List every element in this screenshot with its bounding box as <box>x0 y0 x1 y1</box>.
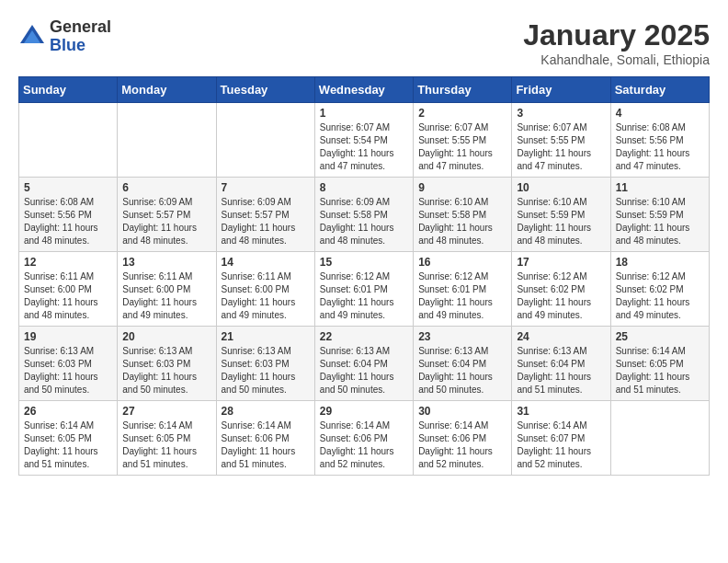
weekday-header-sunday: Sunday <box>19 77 118 103</box>
calendar-cell: 10Sunrise: 6:10 AM Sunset: 5:59 PM Dayli… <box>512 178 610 252</box>
calendar-cell: 9Sunrise: 6:10 AM Sunset: 5:58 PM Daylig… <box>414 178 512 252</box>
calendar-cell <box>19 103 118 178</box>
day-number: 9 <box>418 181 506 194</box>
calendar-cell: 6Sunrise: 6:09 AM Sunset: 5:57 PM Daylig… <box>118 178 216 252</box>
day-number: 18 <box>616 256 704 269</box>
weekday-header-thursday: Thursday <box>414 77 512 103</box>
calendar-cell: 29Sunrise: 6:14 AM Sunset: 6:06 PM Dayli… <box>314 401 413 476</box>
day-number: 20 <box>122 330 210 343</box>
day-info: Sunrise: 6:12 AM Sunset: 6:01 PM Dayligh… <box>320 270 408 322</box>
day-info: Sunrise: 6:07 AM Sunset: 5:55 PM Dayligh… <box>517 121 605 173</box>
calendar-cell: 28Sunrise: 6:14 AM Sunset: 6:06 PM Dayli… <box>216 401 314 476</box>
day-number: 4 <box>616 107 704 120</box>
logo-text: General Blue <box>50 18 111 55</box>
day-info: Sunrise: 6:13 AM Sunset: 6:04 PM Dayligh… <box>320 345 408 396</box>
weekday-header-wednesday: Wednesday <box>314 77 413 103</box>
day-number: 15 <box>320 256 408 269</box>
day-number: 13 <box>122 256 210 269</box>
day-info: Sunrise: 6:10 AM Sunset: 5:58 PM Dayligh… <box>418 196 506 247</box>
day-number: 6 <box>122 181 210 194</box>
day-number: 21 <box>222 330 310 343</box>
day-info: Sunrise: 6:09 AM Sunset: 5:58 PM Dayligh… <box>320 196 408 247</box>
day-info: Sunrise: 6:14 AM Sunset: 6:06 PM Dayligh… <box>222 419 310 471</box>
weekday-header-friday: Friday <box>512 77 610 103</box>
day-info: Sunrise: 6:13 AM Sunset: 6:04 PM Dayligh… <box>517 345 605 396</box>
day-number: 3 <box>517 107 605 120</box>
day-info: Sunrise: 6:10 AM Sunset: 5:59 PM Dayligh… <box>616 196 704 247</box>
calendar-cell: 24Sunrise: 6:13 AM Sunset: 6:04 PM Dayli… <box>512 327 610 401</box>
day-number: 26 <box>24 405 112 418</box>
day-number: 7 <box>222 181 310 194</box>
calendar-week-5: 26Sunrise: 6:14 AM Sunset: 6:05 PM Dayli… <box>19 401 710 476</box>
weekday-header-tuesday: Tuesday <box>216 77 314 103</box>
day-number: 30 <box>418 405 506 418</box>
day-number: 22 <box>320 330 408 343</box>
day-info: Sunrise: 6:14 AM Sunset: 6:06 PM Dayligh… <box>320 419 408 471</box>
logo-icon <box>18 23 46 51</box>
calendar-cell: 12Sunrise: 6:11 AM Sunset: 6:00 PM Dayli… <box>19 252 118 327</box>
calendar-cell: 17Sunrise: 6:12 AM Sunset: 6:02 PM Dayli… <box>512 252 610 327</box>
day-number: 5 <box>24 181 112 194</box>
day-info: Sunrise: 6:14 AM Sunset: 6:05 PM Dayligh… <box>122 419 210 471</box>
day-number: 23 <box>418 330 506 343</box>
calendar-cell: 20Sunrise: 6:13 AM Sunset: 6:03 PM Dayli… <box>118 327 216 401</box>
calendar-cell: 3Sunrise: 6:07 AM Sunset: 5:55 PM Daylig… <box>512 103 610 178</box>
calendar-cell: 15Sunrise: 6:12 AM Sunset: 6:01 PM Dayli… <box>314 252 413 327</box>
day-number: 17 <box>517 256 605 269</box>
calendar-cell: 4Sunrise: 6:08 AM Sunset: 5:56 PM Daylig… <box>610 103 709 178</box>
day-number: 27 <box>122 405 210 418</box>
day-info: Sunrise: 6:08 AM Sunset: 5:56 PM Dayligh… <box>616 121 704 173</box>
calendar-cell: 27Sunrise: 6:14 AM Sunset: 6:05 PM Dayli… <box>118 401 216 476</box>
day-info: Sunrise: 6:07 AM Sunset: 5:55 PM Dayligh… <box>418 121 506 173</box>
calendar-cell: 14Sunrise: 6:11 AM Sunset: 6:00 PM Dayli… <box>216 252 314 327</box>
weekday-row: SundayMondayTuesdayWednesdayThursdayFrid… <box>19 77 710 103</box>
day-info: Sunrise: 6:07 AM Sunset: 5:54 PM Dayligh… <box>320 121 408 173</box>
day-info: Sunrise: 6:14 AM Sunset: 6:05 PM Dayligh… <box>616 345 704 396</box>
day-info: Sunrise: 6:11 AM Sunset: 6:00 PM Dayligh… <box>122 270 210 322</box>
calendar-cell: 11Sunrise: 6:10 AM Sunset: 5:59 PM Dayli… <box>610 178 709 252</box>
day-number: 25 <box>616 330 704 343</box>
day-number: 11 <box>616 181 704 194</box>
calendar-cell: 18Sunrise: 6:12 AM Sunset: 6:02 PM Dayli… <box>610 252 709 327</box>
month-year: January 2025 <box>523 18 710 52</box>
day-number: 29 <box>320 405 408 418</box>
calendar-week-1: 1Sunrise: 6:07 AM Sunset: 5:54 PM Daylig… <box>19 103 710 178</box>
day-number: 2 <box>418 107 506 120</box>
day-info: Sunrise: 6:13 AM Sunset: 6:03 PM Dayligh… <box>24 345 112 396</box>
day-info: Sunrise: 6:14 AM Sunset: 6:05 PM Dayligh… <box>24 419 112 471</box>
day-info: Sunrise: 6:14 AM Sunset: 6:07 PM Dayligh… <box>517 419 605 471</box>
day-number: 24 <box>517 330 605 343</box>
calendar-cell: 31Sunrise: 6:14 AM Sunset: 6:07 PM Dayli… <box>512 401 610 476</box>
day-info: Sunrise: 6:10 AM Sunset: 5:59 PM Dayligh… <box>517 196 605 247</box>
calendar-week-2: 5Sunrise: 6:08 AM Sunset: 5:56 PM Daylig… <box>19 178 710 252</box>
calendar-table: SundayMondayTuesdayWednesdayThursdayFrid… <box>18 76 710 476</box>
calendar-header: SundayMondayTuesdayWednesdayThursdayFrid… <box>19 77 710 103</box>
calendar-cell <box>610 401 709 476</box>
calendar-cell <box>118 103 216 178</box>
location: Kahandhale, Somali, Ethiopia <box>523 52 710 67</box>
calendar-body: 1Sunrise: 6:07 AM Sunset: 5:54 PM Daylig… <box>19 103 710 476</box>
day-number: 14 <box>222 256 310 269</box>
day-info: Sunrise: 6:09 AM Sunset: 5:57 PM Dayligh… <box>222 196 310 247</box>
logo-blue-label: Blue <box>50 37 111 55</box>
calendar-week-4: 19Sunrise: 6:13 AM Sunset: 6:03 PM Dayli… <box>19 327 710 401</box>
weekday-header-monday: Monday <box>118 77 216 103</box>
day-info: Sunrise: 6:13 AM Sunset: 6:03 PM Dayligh… <box>122 345 210 396</box>
calendar-cell <box>216 103 314 178</box>
calendar-cell: 2Sunrise: 6:07 AM Sunset: 5:55 PM Daylig… <box>414 103 512 178</box>
calendar-week-3: 12Sunrise: 6:11 AM Sunset: 6:00 PM Dayli… <box>19 252 710 327</box>
day-info: Sunrise: 6:11 AM Sunset: 6:00 PM Dayligh… <box>222 270 310 322</box>
calendar-cell: 7Sunrise: 6:09 AM Sunset: 5:57 PM Daylig… <box>216 178 314 252</box>
title-block: January 2025 Kahandhale, Somali, Ethiopi… <box>523 18 710 67</box>
calendar-cell: 5Sunrise: 6:08 AM Sunset: 5:56 PM Daylig… <box>19 178 118 252</box>
calendar-cell: 21Sunrise: 6:13 AM Sunset: 6:03 PM Dayli… <box>216 327 314 401</box>
day-info: Sunrise: 6:12 AM Sunset: 6:01 PM Dayligh… <box>418 270 506 322</box>
day-number: 8 <box>320 181 408 194</box>
day-info: Sunrise: 6:11 AM Sunset: 6:00 PM Dayligh… <box>24 270 112 322</box>
day-number: 12 <box>24 256 112 269</box>
day-info: Sunrise: 6:13 AM Sunset: 6:03 PM Dayligh… <box>222 345 310 396</box>
day-info: Sunrise: 6:12 AM Sunset: 6:02 PM Dayligh… <box>517 270 605 322</box>
day-number: 19 <box>24 330 112 343</box>
day-number: 16 <box>418 256 506 269</box>
calendar-cell: 30Sunrise: 6:14 AM Sunset: 6:06 PM Dayli… <box>414 401 512 476</box>
